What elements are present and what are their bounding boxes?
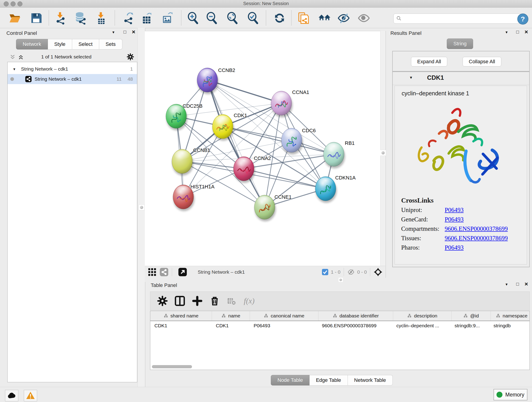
export-image-icon xyxy=(161,12,174,25)
column-header--id[interactable]: @id xyxy=(452,311,491,321)
import-table-button[interactable] xyxy=(94,12,107,25)
tab-edge-table[interactable]: Edge Table xyxy=(310,375,348,385)
tab-sets[interactable]: Sets xyxy=(99,39,122,50)
save-session-button[interactable] xyxy=(30,12,43,25)
results-panel-menu-icon[interactable]: ▼ xyxy=(503,30,510,34)
table-cell[interactable]: cyclin–dependent ... xyxy=(392,321,450,331)
help-button[interactable]: ? xyxy=(517,13,528,25)
refresh-button[interactable] xyxy=(273,12,286,25)
table-cell[interactable]: 9606.ENSP00000378699 xyxy=(318,321,392,331)
warnings-button[interactable] xyxy=(24,390,37,401)
crosslink-row: Pharos:P06493 xyxy=(401,244,527,251)
tab-string[interactable]: String xyxy=(447,38,473,49)
show-columns-button[interactable] xyxy=(175,296,185,306)
search-input[interactable] xyxy=(393,13,522,24)
table-horizontal-scrollbar[interactable] xyxy=(152,365,192,368)
table-cell[interactable]: stringdb:9... xyxy=(450,321,489,331)
network-canvas[interactable]: CCNB2CCNA1CDC25BCDK1CDC6RB1CCNB1CCNA2CDK… xyxy=(145,31,380,266)
crosslink-link[interactable]: P06493 xyxy=(445,216,464,223)
table-cell[interactable]: stringdb xyxy=(489,321,530,331)
import-network-from-database-button[interactable] xyxy=(74,12,87,25)
column-header-name[interactable]: name xyxy=(212,311,250,321)
export-image-button[interactable] xyxy=(161,12,174,25)
delete-table-button[interactable] xyxy=(227,296,236,306)
zoom-in-button[interactable] xyxy=(186,12,199,25)
node-CCNA1[interactable] xyxy=(271,91,293,117)
column-header-description[interactable]: description xyxy=(393,311,452,321)
node-label-CCNB2: CCNB2 xyxy=(218,67,235,73)
tree-expander-icon[interactable]: ▼ xyxy=(13,67,16,71)
home-layout-button[interactable] xyxy=(318,12,331,25)
tab-network-table[interactable]: Network Table xyxy=(348,375,393,385)
gene-expander-icon[interactable]: ▼ xyxy=(409,76,413,80)
table-options-gear-button[interactable] xyxy=(157,296,168,306)
tab-style[interactable]: Style xyxy=(48,39,72,50)
right-splitter[interactable] xyxy=(380,31,386,278)
crosslink-link[interactable]: 9606.ENSP00000378699 xyxy=(445,225,508,232)
node-CCNA2[interactable] xyxy=(234,157,255,183)
delete-column-button[interactable] xyxy=(209,296,220,306)
node-CDK1[interactable] xyxy=(212,114,234,141)
tab-network[interactable]: Network xyxy=(16,39,48,50)
control-panel-menu-icon[interactable]: ▼ xyxy=(110,30,117,34)
memory-button[interactable]: Memory xyxy=(494,389,527,400)
horizontal-splitter[interactable] xyxy=(145,278,532,282)
column-header-database-identifier[interactable]: database identifier xyxy=(318,311,393,321)
birdseye-toggle-button[interactable] xyxy=(178,268,187,277)
gene-section-header[interactable]: ▼ CDK1 xyxy=(393,72,529,85)
network-options-gear-icon[interactable] xyxy=(127,53,134,61)
crosslink-link[interactable]: P06493 xyxy=(445,206,464,214)
export-table-button[interactable] xyxy=(140,12,153,25)
hide-unhide-button[interactable] xyxy=(337,12,350,25)
network-row[interactable]: String Network – cdk1 11 48 xyxy=(7,74,137,84)
column-header-namespace[interactable]: namespace xyxy=(491,311,530,321)
zoom-out-button[interactable] xyxy=(205,12,218,25)
table-panel-menu-icon[interactable]: ▼ xyxy=(503,282,510,286)
center-view-icon[interactable] xyxy=(374,268,383,277)
zoom-selected-button[interactable] xyxy=(247,12,259,25)
network-collection-row[interactable]: ▼ String Network – cdk1 1 xyxy=(7,64,137,74)
collapse-all-button[interactable]: Collapse All xyxy=(462,57,501,66)
cloud-button[interactable] xyxy=(5,390,18,401)
table-cell[interactable]: P06493 xyxy=(249,321,318,331)
open-session-button[interactable] xyxy=(8,12,21,25)
node-CCNE1[interactable] xyxy=(254,195,276,221)
add-column-button[interactable] xyxy=(192,296,203,306)
left-splitter[interactable] xyxy=(138,28,145,387)
column-header-shared-name[interactable]: shared name xyxy=(150,311,212,321)
results-panel-float-icon[interactable]: □ xyxy=(514,29,521,35)
control-panel-float-icon[interactable]: □ xyxy=(121,29,128,35)
crosslink-link[interactable]: P06493 xyxy=(445,244,464,251)
table-cell[interactable]: CDK1 xyxy=(212,321,249,331)
tab-select[interactable]: Select xyxy=(72,39,99,50)
export-network-button[interactable] xyxy=(122,12,135,25)
clone-network-button[interactable] xyxy=(297,12,310,25)
network-graph[interactable]: CCNB2CCNA1CDC25BCDK1CDC6RB1CCNB1CCNA2CDK… xyxy=(145,31,380,266)
edge-CCNB2-CCNE1[interactable] xyxy=(207,80,265,207)
table-panel-float-icon[interactable]: □ xyxy=(514,281,521,287)
tab-node-table[interactable]: Node Table xyxy=(271,375,310,385)
node-RB1[interactable] xyxy=(323,142,345,168)
results-panel-close-icon[interactable]: × xyxy=(523,28,530,36)
import-network-button[interactable] xyxy=(54,12,66,25)
table-row[interactable]: CDK1CDK1P064939606.ENSP00000378699cyclin… xyxy=(150,321,530,331)
control-panel-close-icon[interactable]: × xyxy=(130,28,137,36)
node-CDC6[interactable] xyxy=(281,128,303,154)
table-cell[interactable]: CDK1 xyxy=(150,321,212,331)
node-label-HIST1H1A: HIST1H1A xyxy=(190,184,215,190)
zoom-fit-button[interactable] xyxy=(226,12,239,25)
column-header-canonical-name[interactable]: canonical name xyxy=(250,311,318,321)
grid-view-button[interactable] xyxy=(147,268,157,277)
expand-all-button[interactable]: Expand All xyxy=(411,57,447,66)
selected-checkbox-icon[interactable] xyxy=(322,269,329,275)
eye-icon xyxy=(357,12,370,25)
function-builder-button[interactable]: f(x) xyxy=(244,297,254,305)
node-CCNB1[interactable] xyxy=(172,149,193,176)
table-panel-close-icon[interactable]: × xyxy=(523,281,530,288)
network-overview-button[interactable] xyxy=(159,268,169,277)
node-CDKN1A[interactable] xyxy=(315,177,337,203)
show-graphics-button[interactable] xyxy=(357,12,370,25)
zoom-in-icon xyxy=(186,12,199,25)
node-CCNB2[interactable] xyxy=(197,68,219,94)
crosslink-link[interactable]: 9606.ENSP00000378699 xyxy=(445,235,508,242)
